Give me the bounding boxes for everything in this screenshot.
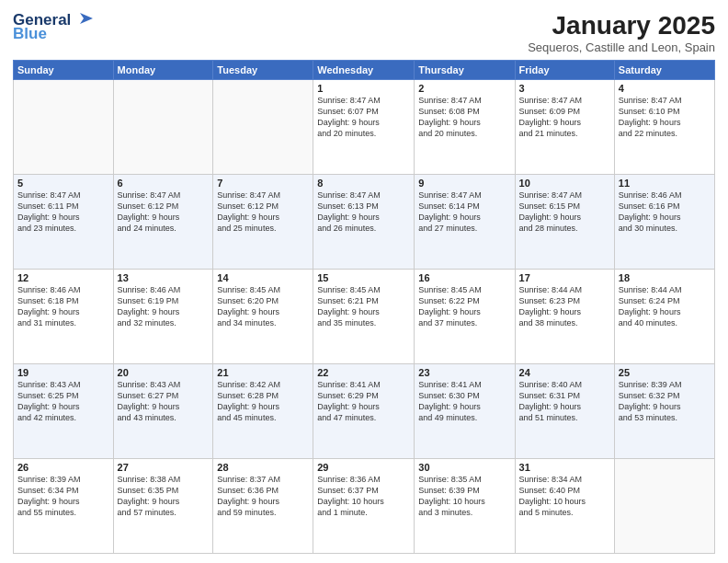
calendar-cell: 13Sunrise: 8:46 AM Sunset: 6:19 PM Dayli… bbox=[113, 270, 213, 364]
day-info: Sunrise: 8:47 AM Sunset: 6:12 PM Dayligh… bbox=[118, 190, 210, 235]
calendar-cell: 11Sunrise: 8:46 AM Sunset: 6:16 PM Dayli… bbox=[614, 175, 714, 270]
day-number: 11 bbox=[619, 178, 711, 189]
day-info: Sunrise: 8:35 AM Sunset: 6:39 PM Dayligh… bbox=[418, 474, 510, 519]
day-info: Sunrise: 8:47 AM Sunset: 6:14 PM Dayligh… bbox=[418, 190, 510, 235]
calendar-cell: 31Sunrise: 8:34 AM Sunset: 6:40 PM Dayli… bbox=[515, 459, 614, 554]
logo-bird-icon bbox=[73, 11, 93, 28]
day-info: Sunrise: 8:47 AM Sunset: 6:12 PM Dayligh… bbox=[217, 190, 309, 235]
day-info: Sunrise: 8:46 AM Sunset: 6:18 PM Dayligh… bbox=[17, 284, 109, 329]
calendar-cell: 4Sunrise: 8:47 AM Sunset: 6:10 PM Daylig… bbox=[614, 80, 714, 175]
weekday-header-wednesday: Wednesday bbox=[313, 61, 415, 80]
day-number: 27 bbox=[118, 462, 210, 473]
calendar-cell: 12Sunrise: 8:46 AM Sunset: 6:18 PM Dayli… bbox=[14, 270, 114, 364]
calendar-cell: 19Sunrise: 8:43 AM Sunset: 6:25 PM Dayli… bbox=[14, 364, 114, 459]
calendar-cell: 20Sunrise: 8:43 AM Sunset: 6:27 PM Dayli… bbox=[113, 364, 213, 459]
calendar-cell: 21Sunrise: 8:42 AM Sunset: 6:28 PM Dayli… bbox=[213, 364, 313, 459]
weekday-header-saturday: Saturday bbox=[614, 61, 714, 80]
day-number: 16 bbox=[418, 272, 510, 283]
day-info: Sunrise: 8:46 AM Sunset: 6:19 PM Dayligh… bbox=[118, 284, 210, 329]
day-number: 23 bbox=[418, 367, 510, 378]
weekday-header-sunday: Sunday bbox=[14, 61, 114, 80]
calendar-cell: 30Sunrise: 8:35 AM Sunset: 6:39 PM Dayli… bbox=[415, 459, 515, 554]
day-number: 5 bbox=[17, 178, 109, 189]
day-number: 29 bbox=[317, 462, 410, 473]
weekday-header-thursday: Thursday bbox=[415, 61, 515, 80]
day-number: 22 bbox=[317, 367, 410, 378]
calendar-cell: 16Sunrise: 8:45 AM Sunset: 6:22 PM Dayli… bbox=[415, 270, 515, 364]
day-info: Sunrise: 8:38 AM Sunset: 6:35 PM Dayligh… bbox=[118, 474, 210, 519]
calendar-cell: 24Sunrise: 8:40 AM Sunset: 6:31 PM Dayli… bbox=[515, 364, 614, 459]
week-row-3: 12Sunrise: 8:46 AM Sunset: 6:18 PM Dayli… bbox=[14, 270, 715, 364]
week-row-5: 26Sunrise: 8:39 AM Sunset: 6:34 PM Dayli… bbox=[14, 459, 715, 554]
calendar-cell: 23Sunrise: 8:41 AM Sunset: 6:30 PM Dayli… bbox=[415, 364, 515, 459]
day-info: Sunrise: 8:45 AM Sunset: 6:22 PM Dayligh… bbox=[418, 284, 510, 329]
calendar-cell: 14Sunrise: 8:45 AM Sunset: 6:20 PM Dayli… bbox=[213, 270, 313, 364]
day-number: 12 bbox=[17, 272, 109, 283]
day-info: Sunrise: 8:47 AM Sunset: 6:13 PM Dayligh… bbox=[317, 190, 410, 235]
day-info: Sunrise: 8:44 AM Sunset: 6:24 PM Dayligh… bbox=[619, 284, 711, 329]
day-number: 21 bbox=[217, 367, 309, 378]
day-number: 3 bbox=[519, 83, 610, 94]
week-row-1: 1Sunrise: 8:47 AM Sunset: 6:07 PM Daylig… bbox=[14, 80, 715, 175]
logo-blue: Blue bbox=[13, 25, 47, 43]
day-info: Sunrise: 8:45 AM Sunset: 6:21 PM Dayligh… bbox=[317, 284, 410, 329]
day-number: 2 bbox=[418, 83, 510, 94]
day-number: 10 bbox=[519, 178, 610, 189]
calendar-cell: 29Sunrise: 8:36 AM Sunset: 6:37 PM Dayli… bbox=[313, 459, 415, 554]
calendar-cell: 27Sunrise: 8:38 AM Sunset: 6:35 PM Dayli… bbox=[113, 459, 213, 554]
day-number: 17 bbox=[519, 272, 610, 283]
day-info: Sunrise: 8:36 AM Sunset: 6:37 PM Dayligh… bbox=[317, 474, 410, 519]
weekday-header-row: SundayMondayTuesdayWednesdayThursdayFrid… bbox=[14, 61, 715, 80]
weekday-header-friday: Friday bbox=[515, 61, 614, 80]
day-info: Sunrise: 8:44 AM Sunset: 6:23 PM Dayligh… bbox=[519, 284, 610, 329]
calendar-cell: 7Sunrise: 8:47 AM Sunset: 6:12 PM Daylig… bbox=[213, 175, 313, 270]
day-info: Sunrise: 8:42 AM Sunset: 6:28 PM Dayligh… bbox=[217, 379, 309, 424]
day-number: 8 bbox=[317, 178, 410, 189]
location: Sequeros, Castille and Leon, Spain bbox=[528, 40, 715, 54]
day-number: 26 bbox=[17, 462, 109, 473]
day-number: 20 bbox=[118, 367, 210, 378]
day-number: 4 bbox=[619, 83, 711, 94]
day-info: Sunrise: 8:47 AM Sunset: 6:07 PM Dayligh… bbox=[317, 95, 410, 140]
day-number: 19 bbox=[17, 367, 109, 378]
calendar-cell: 2Sunrise: 8:47 AM Sunset: 6:08 PM Daylig… bbox=[415, 80, 515, 175]
day-info: Sunrise: 8:43 AM Sunset: 6:25 PM Dayligh… bbox=[17, 379, 109, 424]
day-number: 18 bbox=[619, 272, 711, 283]
day-number: 7 bbox=[217, 178, 309, 189]
calendar-cell: 17Sunrise: 8:44 AM Sunset: 6:23 PM Dayli… bbox=[515, 270, 614, 364]
day-info: Sunrise: 8:37 AM Sunset: 6:36 PM Dayligh… bbox=[217, 474, 309, 519]
day-info: Sunrise: 8:41 AM Sunset: 6:29 PM Dayligh… bbox=[317, 379, 410, 424]
calendar-cell: 6Sunrise: 8:47 AM Sunset: 6:12 PM Daylig… bbox=[113, 175, 213, 270]
day-number: 15 bbox=[317, 272, 410, 283]
day-number: 25 bbox=[619, 367, 711, 378]
day-info: Sunrise: 8:47 AM Sunset: 6:11 PM Dayligh… bbox=[17, 190, 109, 235]
calendar-table: SundayMondayTuesdayWednesdayThursdayFrid… bbox=[13, 60, 715, 554]
day-info: Sunrise: 8:45 AM Sunset: 6:20 PM Dayligh… bbox=[217, 284, 309, 329]
day-number: 31 bbox=[519, 462, 610, 473]
day-number: 24 bbox=[519, 367, 610, 378]
calendar-cell: 1Sunrise: 8:47 AM Sunset: 6:07 PM Daylig… bbox=[313, 80, 415, 175]
calendar-cell: 5Sunrise: 8:47 AM Sunset: 6:11 PM Daylig… bbox=[14, 175, 114, 270]
day-info: Sunrise: 8:47 AM Sunset: 6:15 PM Dayligh… bbox=[519, 190, 610, 235]
day-number: 28 bbox=[217, 462, 309, 473]
calendar-cell: 9Sunrise: 8:47 AM Sunset: 6:14 PM Daylig… bbox=[415, 175, 515, 270]
calendar-cell: 15Sunrise: 8:45 AM Sunset: 6:21 PM Dayli… bbox=[313, 270, 415, 364]
title-block: January 2025 Sequeros, Castille and Leon… bbox=[528, 11, 715, 54]
weekday-header-tuesday: Tuesday bbox=[213, 61, 313, 80]
calendar-cell: 18Sunrise: 8:44 AM Sunset: 6:24 PM Dayli… bbox=[614, 270, 714, 364]
calendar-cell: 28Sunrise: 8:37 AM Sunset: 6:36 PM Dayli… bbox=[213, 459, 313, 554]
day-number: 1 bbox=[317, 83, 410, 94]
page: General Blue January 2025 Sequeros, Cast… bbox=[0, 0, 728, 563]
day-info: Sunrise: 8:39 AM Sunset: 6:34 PM Dayligh… bbox=[17, 474, 109, 519]
calendar-cell: 22Sunrise: 8:41 AM Sunset: 6:29 PM Dayli… bbox=[313, 364, 415, 459]
day-info: Sunrise: 8:34 AM Sunset: 6:40 PM Dayligh… bbox=[519, 474, 610, 519]
day-number: 13 bbox=[118, 272, 210, 283]
calendar-cell bbox=[213, 80, 313, 175]
day-info: Sunrise: 8:47 AM Sunset: 6:10 PM Dayligh… bbox=[619, 95, 711, 140]
day-info: Sunrise: 8:43 AM Sunset: 6:27 PM Dayligh… bbox=[118, 379, 210, 424]
calendar-cell: 26Sunrise: 8:39 AM Sunset: 6:34 PM Dayli… bbox=[14, 459, 114, 554]
weekday-header-monday: Monday bbox=[113, 61, 213, 80]
calendar-cell: 3Sunrise: 8:47 AM Sunset: 6:09 PM Daylig… bbox=[515, 80, 614, 175]
day-info: Sunrise: 8:47 AM Sunset: 6:09 PM Dayligh… bbox=[519, 95, 610, 140]
logo: General Blue bbox=[13, 11, 93, 43]
